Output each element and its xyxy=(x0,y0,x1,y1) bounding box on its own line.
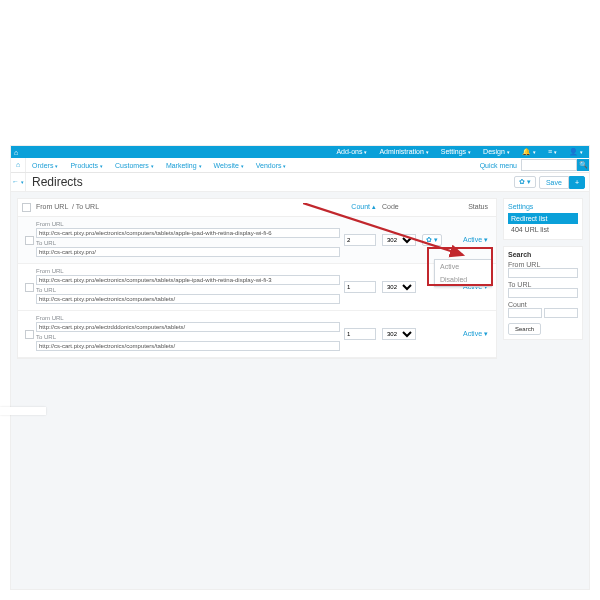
search-icon[interactable]: 🔍 xyxy=(577,159,589,171)
row-checkbox[interactable] xyxy=(25,283,34,292)
table-row: From URLTo URL302Active ▾ xyxy=(18,264,496,311)
to-url-label: To URL xyxy=(36,240,340,246)
bars-icon[interactable]: ≡▾ xyxy=(542,146,563,158)
search-submit-button[interactable]: Search xyxy=(508,323,541,335)
nav-orders[interactable]: Orders▾ xyxy=(26,162,64,169)
table-header: From URL / To URL Count ▴ Code Status xyxy=(18,199,496,217)
row-checkbox[interactable] xyxy=(25,330,34,339)
global-search-input[interactable] xyxy=(521,159,577,171)
bell-icon[interactable]: 🔔▾ xyxy=(516,146,542,158)
secondary-navbar: ⌂ Orders▾ Products▾ Customers▾ Marketing… xyxy=(11,158,589,173)
redirects-table: From URL / To URL Count ▴ Code Status Fr… xyxy=(17,198,497,359)
search-to-input[interactable] xyxy=(508,288,578,298)
page-header: ← ▾ Redirects ✿ ▾ Save + xyxy=(11,173,589,192)
to-url-label: To URL xyxy=(36,334,340,340)
row-gear-button[interactable]: ✿ ▾ xyxy=(422,234,442,246)
sidebar: Settings Redirect list 404 URL list Sear… xyxy=(503,198,583,359)
table-row: From URLTo URL302✿ ▾Active ▾ xyxy=(18,217,496,264)
nav-administration[interactable]: Administration▾ xyxy=(373,146,434,158)
from-url-label: From URL xyxy=(36,221,340,227)
from-url-label: From URL xyxy=(36,315,340,321)
from-url-input[interactable] xyxy=(36,322,340,332)
sidebar-search-title: Search xyxy=(508,251,578,258)
nav-settings[interactable]: Settings▾ xyxy=(435,146,477,158)
store-icon[interactable]: ⌂ xyxy=(11,149,21,156)
select-all-checkbox[interactable] xyxy=(22,203,31,212)
col-status: Status xyxy=(448,203,492,212)
row-status-toggle[interactable]: Active ▾ xyxy=(463,330,488,338)
search-count-max-input[interactable] xyxy=(544,308,578,318)
count-input[interactable] xyxy=(344,281,376,293)
col-to[interactable]: / To URL xyxy=(72,203,99,210)
count-input[interactable] xyxy=(344,234,376,246)
search-from-label: From URL xyxy=(508,261,578,268)
nav-addons[interactable]: Add-ons▾ xyxy=(330,146,373,158)
to-url-label: To URL xyxy=(36,287,340,293)
to-url-input[interactable] xyxy=(36,294,340,304)
from-url-input[interactable] xyxy=(36,228,340,238)
sidebar-settings-title: Settings xyxy=(508,203,578,210)
page-gear-button[interactable]: ✿ ▾ xyxy=(514,176,536,188)
nav-website[interactable]: Website▾ xyxy=(208,162,250,169)
col-from[interactable]: From URL xyxy=(36,203,68,210)
table-row: From URLTo URL302Active ▾ xyxy=(18,311,496,358)
sidebar-search-panel: Search From URL To URL Count Search xyxy=(503,246,583,340)
user-icon[interactable]: 👤▾ xyxy=(563,146,589,158)
search-count-label: Count xyxy=(508,301,578,308)
col-code: Code xyxy=(376,203,422,212)
nav-vendors[interactable]: Vendors▾ xyxy=(250,162,293,169)
sidebar-links-panel: Settings Redirect list 404 URL list xyxy=(503,198,583,240)
quick-menu-link[interactable]: Quick menu xyxy=(480,162,517,169)
back-button[interactable]: ← ▾ xyxy=(11,173,26,191)
nav-marketing[interactable]: Marketing▾ xyxy=(160,162,208,169)
save-button[interactable]: Save xyxy=(539,176,569,189)
count-input[interactable] xyxy=(344,328,376,340)
row-checkbox[interactable] xyxy=(25,236,34,245)
sidebar-link-redirect-list[interactable]: Redirect list xyxy=(508,213,578,224)
row-status-toggle[interactable]: Active ▾ xyxy=(463,236,488,244)
status-option-active[interactable]: Active xyxy=(435,260,491,273)
ghost-artifact xyxy=(0,407,46,415)
page-title: Redirects xyxy=(32,175,83,189)
from-url-input[interactable] xyxy=(36,275,340,285)
status-option-disabled[interactable]: Disabled xyxy=(435,273,491,286)
code-select[interactable]: 302 xyxy=(382,281,416,293)
add-button[interactable]: + xyxy=(569,176,585,189)
search-count-min-input[interactable] xyxy=(508,308,542,318)
nav-products[interactable]: Products▾ xyxy=(64,162,109,169)
code-select[interactable]: 302 xyxy=(382,234,416,246)
primary-navbar: ⌂ Add-ons▾ Administration▾ Settings▾ Des… xyxy=(11,146,589,158)
to-url-input[interactable] xyxy=(36,247,340,257)
search-from-input[interactable] xyxy=(508,268,578,278)
from-url-label: From URL xyxy=(36,268,340,274)
to-url-input[interactable] xyxy=(36,341,340,351)
search-to-label: To URL xyxy=(508,281,578,288)
nav-customers[interactable]: Customers▾ xyxy=(109,162,160,169)
code-select[interactable]: 302 xyxy=(382,328,416,340)
home-icon[interactable]: ⌂ xyxy=(11,158,26,172)
nav-design[interactable]: Design▾ xyxy=(477,146,516,158)
status-dropdown: Active Disabled xyxy=(434,259,492,287)
col-count[interactable]: Count ▴ xyxy=(340,203,376,212)
sidebar-link-404-list[interactable]: 404 URL list xyxy=(508,224,578,235)
